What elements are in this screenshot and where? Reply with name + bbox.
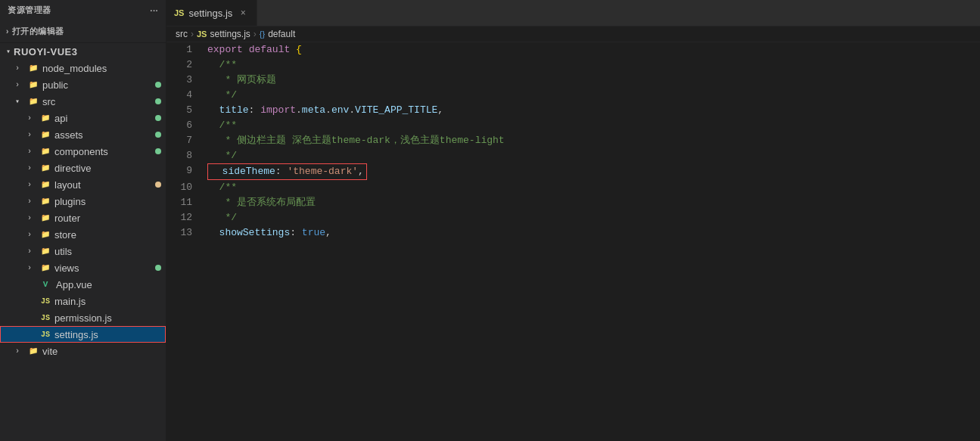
token bbox=[243, 44, 249, 55]
folder-arrow: › bbox=[15, 347, 27, 356]
sidebar-item-main-js[interactable]: › JS main.js bbox=[0, 293, 166, 309]
item-label: api bbox=[54, 113, 155, 124]
token: 网页标题 bbox=[237, 74, 276, 85]
folder-icon: 📁 bbox=[27, 95, 39, 107]
more-icon[interactable]: ··· bbox=[150, 6, 158, 15]
line-number: 12 bbox=[166, 210, 204, 225]
modified-dot bbox=[155, 115, 161, 121]
js-icon: JS bbox=[39, 328, 51, 340]
modified-dot bbox=[155, 148, 161, 154]
sidebar-item-api[interactable]: › 📁 api bbox=[0, 110, 166, 126]
token: /** bbox=[207, 59, 237, 70]
tab-settings-js[interactable]: JS settings.js × bbox=[166, 0, 257, 26]
sidebar-header-icons: ··· bbox=[150, 6, 158, 15]
breadcrumb-src[interactable]: src bbox=[176, 29, 188, 39]
line-content: */ bbox=[204, 148, 980, 163]
token: , bbox=[358, 166, 364, 177]
item-label: directive bbox=[54, 163, 166, 174]
line-content: */ bbox=[204, 88, 980, 103]
token: . bbox=[296, 104, 302, 116]
token: * bbox=[207, 197, 237, 208]
item-label: views bbox=[54, 262, 155, 274]
item-label: plugins bbox=[54, 196, 166, 207]
token: export bbox=[207, 44, 243, 55]
breadcrumb-bar: src › JS settings.js › {} default bbox=[166, 26, 980, 42]
folder-arrow: ▾ bbox=[15, 97, 27, 106]
sidebar-item-settings-js[interactable]: › JS settings.js bbox=[0, 326, 166, 343]
token: */ bbox=[207, 150, 237, 161]
code-line: 7 * 侧边栏主题 深色主题theme-dark，浅色主题theme-light bbox=[166, 133, 980, 148]
token: * bbox=[207, 74, 237, 85]
item-label: public bbox=[42, 79, 155, 91]
folder-icon: 📁 bbox=[39, 112, 51, 124]
sidebar-item-plugins[interactable]: › 📁 plugins bbox=[0, 193, 166, 210]
line-content: */ bbox=[204, 210, 980, 225]
item-label: vite bbox=[42, 346, 166, 357]
sidebar-item-components[interactable]: › 📁 components bbox=[0, 143, 166, 160]
token: { bbox=[296, 44, 302, 55]
token: title bbox=[207, 104, 249, 116]
project-name: RUOYI-VUE3 bbox=[14, 46, 77, 57]
item-label: layout bbox=[54, 179, 155, 191]
sidebar-item-utils[interactable]: › 📁 utils bbox=[0, 243, 166, 259]
breadcrumb-js-icon: JS bbox=[197, 30, 207, 39]
folder-arrow: › bbox=[27, 197, 39, 206]
js-icon: JS bbox=[39, 312, 51, 324]
folder-arrow: › bbox=[27, 214, 39, 222]
modified-dot bbox=[155, 82, 161, 88]
breadcrumb-default[interactable]: default bbox=[268, 29, 295, 39]
folder-arrow: › bbox=[27, 148, 39, 156]
folder-arrow: › bbox=[27, 264, 39, 272]
sidebar-item-assets[interactable]: › 📁 assets bbox=[0, 126, 166, 143]
token: , bbox=[437, 104, 443, 116]
editor-area: JS settings.js × src › JS settings.js › … bbox=[166, 0, 980, 441]
item-label: store bbox=[54, 229, 166, 241]
line-number: 10 bbox=[166, 180, 204, 195]
sidebar-item-store[interactable]: › 📁 store bbox=[0, 226, 166, 243]
sidebar-item-app-vue[interactable]: › V App.vue bbox=[0, 276, 166, 293]
token: 'theme-dark' bbox=[287, 166, 358, 177]
line-number: 7 bbox=[166, 133, 204, 148]
open-editors-label: 打开的编辑器 bbox=[12, 26, 64, 37]
item-label: router bbox=[54, 213, 166, 224]
sidebar-item-public[interactable]: › 📁 public bbox=[0, 76, 166, 93]
sidebar-item-layout[interactable]: › 📁 layout bbox=[0, 176, 166, 193]
sidebar-item-views[interactable]: › 📁 views bbox=[0, 259, 166, 276]
tab-close-button[interactable]: × bbox=[237, 7, 249, 19]
sidebar-item-node_modules[interactable]: › 📁 node_modules bbox=[0, 60, 166, 76]
code-line: 9 sideTheme: 'theme-dark', bbox=[166, 163, 980, 180]
sidebar-item-router[interactable]: › 📁 router bbox=[0, 210, 166, 226]
line-number: 5 bbox=[166, 103, 204, 118]
token bbox=[290, 44, 296, 55]
project-root[interactable]: ▾ RUOYI-VUE3 bbox=[0, 43, 166, 60]
folder-arrow: › bbox=[27, 247, 39, 256]
token: */ bbox=[207, 89, 237, 101]
open-editors-title[interactable]: › 打开的编辑器 bbox=[0, 23, 166, 39]
sidebar-title: 资源管理器 bbox=[8, 5, 51, 16]
token: env bbox=[331, 104, 349, 116]
sidebar-item-vite[interactable]: › 📁 vite bbox=[0, 343, 166, 359]
code-editor[interactable]: 1export default {2 /**3 * 网页标题4 */5 titl… bbox=[166, 42, 980, 441]
sidebar-item-permission-js[interactable]: › JS permission.js bbox=[0, 309, 166, 326]
line-content: showSettings: true, bbox=[204, 225, 980, 241]
code-line: 10 /** bbox=[166, 180, 980, 195]
folder-icon: 📁 bbox=[39, 245, 51, 257]
sidebar-item-src[interactable]: ▾ 📁 src bbox=[0, 93, 166, 110]
modified-dot bbox=[155, 182, 161, 188]
token: . bbox=[349, 104, 355, 116]
item-label: settings.js bbox=[54, 329, 166, 340]
line-number: 4 bbox=[166, 88, 204, 103]
line-number: 2 bbox=[166, 57, 204, 73]
modified-dot bbox=[155, 98, 161, 104]
line-number: 6 bbox=[166, 118, 204, 133]
code-line: 12 */ bbox=[166, 210, 980, 225]
code-line: 1export default { bbox=[166, 42, 980, 57]
sidebar-item-directive[interactable]: › 📁 directive bbox=[0, 160, 166, 176]
token: true bbox=[302, 227, 325, 238]
folder-arrow: › bbox=[15, 64, 27, 73]
folder-icon: 📁 bbox=[39, 162, 51, 174]
breadcrumb-settings[interactable]: settings.js bbox=[210, 29, 250, 39]
item-label: utils bbox=[54, 246, 166, 257]
tab-js-icon: JS bbox=[174, 8, 184, 17]
token: /** bbox=[207, 182, 237, 193]
